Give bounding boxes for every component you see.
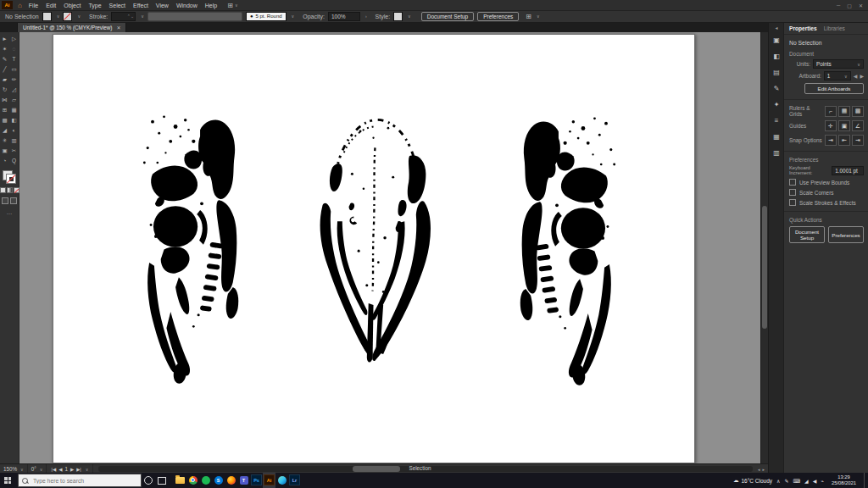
hand-tool[interactable]: ◔ [1,156,9,165]
maximize-button[interactable]: ▢ [847,3,852,8]
shape-builder-tool[interactable]: ⊞ [1,105,9,114]
none-button[interactable] [14,187,19,193]
first-artboard-button[interactable]: |◀ [51,467,56,472]
magic-wand-tool[interactable]: ✶ [1,44,9,53]
photoshop-icon[interactable]: Ps [250,473,263,488]
task-view-button[interactable] [155,473,169,488]
spotify-icon[interactable] [199,473,212,488]
variable-width-profile-dropdown[interactable] [147,12,242,21]
expand-panels-icon[interactable]: ◂ [775,25,777,30]
menu-effect[interactable]: Effect [133,3,148,8]
document-setup-button[interactable]: Document Setup [421,12,474,21]
skype-icon[interactable]: S [212,473,225,488]
menu-type[interactable]: Type [88,3,101,8]
cortana-button[interactable] [142,473,155,488]
snap-to-grid-icon[interactable]: ⇥ [825,135,837,146]
chevron-down-icon[interactable]: ∨ [77,14,81,19]
show-rulers-icon[interactable]: ⌐ [825,106,837,117]
tab-properties[interactable]: Properties [789,25,817,31]
search-input[interactable] [31,477,137,485]
firefox-icon[interactable] [225,473,237,488]
menu-select[interactable]: Select [109,3,125,8]
menu-file[interactable]: File [29,3,38,8]
edge-icon[interactable] [275,473,288,488]
touch-keyboard-icon[interactable]: ⌨ [793,478,800,484]
show-grid-icon[interactable]: ▦ [838,106,850,117]
slice-tool[interactable]: ✂ [10,146,19,155]
direct-selection-tool[interactable]: ▷ [10,34,19,43]
minimize-button[interactable]: ─ [837,3,840,8]
pen-tray-icon[interactable]: ✎ [784,478,788,484]
checkbox-icon[interactable] [789,179,796,186]
opacity-value-dropdown[interactable]: 100% [328,12,360,21]
gradient-button[interactable] [7,187,13,193]
draw-behind-mode[interactable] [10,197,17,204]
skull-print-left[interactable] [128,103,251,395]
network-icon[interactable]: ◢ [804,478,809,484]
taskbar-clock[interactable]: 13:29 25/08/2021 [832,474,856,486]
hidden-icons-chevron[interactable]: ∧ [776,478,780,484]
zoom-tool[interactable]: Q [10,156,19,165]
chevron-down-icon[interactable]: ∨ [235,3,238,8]
scale-strokes-effects-checkbox[interactable]: Scale Strokes & Effects [789,199,864,206]
previous-artboard-button[interactable]: ◀ [58,467,62,472]
skull-print-center[interactable] [313,96,436,388]
brushes-panel-icon[interactable]: ✎ [771,82,782,94]
pencil-tool[interactable]: ✏ [10,75,19,84]
fill-color-swatch[interactable] [42,12,52,21]
previous-artboard-icon[interactable]: ◀ [854,73,858,79]
color-guide-panel-icon[interactable]: ◧ [771,50,782,62]
show-guides-icon[interactable]: ✛ [825,120,837,131]
artboard-number-field[interactable]: 1 [64,466,68,472]
start-button[interactable] [0,473,15,488]
blend-tool[interactable]: ◐ [10,125,19,135]
menu-edit[interactable]: Edit [46,3,56,8]
color-button[interactable] [0,187,6,193]
preferences-button[interactable]: Preferences [477,12,519,21]
rotate-tool[interactable]: ↻ [1,85,9,94]
home-icon[interactable]: ⌂ [18,2,22,9]
workspace-switcher-icon[interactable]: ⊞ [227,2,233,9]
horizontal-scrollbar[interactable]: Selection [98,466,752,472]
checkbox-icon[interactable] [789,199,796,206]
skull-print-right[interactable] [508,104,631,396]
line-segment-tool[interactable]: ╱ [1,64,9,74]
menu-view[interactable]: View [156,3,169,8]
panel-options-icon[interactable]: ⊞ [526,13,531,20]
use-preview-bounds-checkbox[interactable]: Use Preview Bounds [789,179,864,186]
file-explorer-icon[interactable] [174,473,186,488]
mesh-tool[interactable]: ▩ [1,115,9,125]
rectangle-tool[interactable]: ▭ [10,64,19,74]
chrome-icon[interactable] [186,473,199,488]
last-artboard-button[interactable]: ▶| [76,467,81,472]
vertical-scrollbar-thumb[interactable] [762,206,767,329]
eyedropper-tool[interactable]: ◢ [1,125,9,135]
tray-tool-icon[interactable]: ⌁ [821,478,824,484]
stroke-swatch-indicator[interactable] [6,174,16,184]
show-desktop-button[interactable] [864,473,868,488]
quick-preferences-button[interactable]: Preferences [828,226,864,243]
volume-icon[interactable]: ◀ [813,478,817,484]
draw-normal-mode[interactable] [2,197,8,204]
stroke-weight-stepper[interactable]: ⌃⌄ [111,12,136,21]
asset-export-panel-icon[interactable]: ▥ [771,147,782,158]
brush-definition-dropdown[interactable]: ● 5 pt. Round [246,12,287,21]
paintbrush-tool[interactable]: ▰ [1,75,9,84]
scale-tool[interactable]: ◿ [10,85,19,94]
scale-corners-checkbox[interactable]: Scale Corners [789,189,864,196]
perspective-grid-tool[interactable]: ▦ [10,105,19,114]
weather-widget[interactable]: ☁ 16°C Cloudy [733,477,772,484]
swatches-panel-icon[interactable]: ▤ [771,66,782,78]
chevron-down-icon[interactable]: ∨ [537,14,540,19]
fill-stroke-indicator[interactable] [3,170,16,184]
gradient-tool[interactable]: ◧ [10,115,19,125]
snap-to-point-icon[interactable]: ⇤ [838,135,850,146]
close-button[interactable]: ✕ [859,3,863,8]
chevron-down-icon[interactable]: ∨ [141,14,144,19]
next-artboard-button[interactable]: ▶ [70,467,74,472]
chevron-right-icon[interactable]: › [365,14,367,19]
teams-icon[interactable]: T [237,473,250,488]
units-dropdown[interactable]: Points ∨ [813,59,864,69]
chevron-down-icon[interactable]: ∨ [408,14,411,19]
edit-artboards-button[interactable]: Edit Artboards [804,83,864,94]
